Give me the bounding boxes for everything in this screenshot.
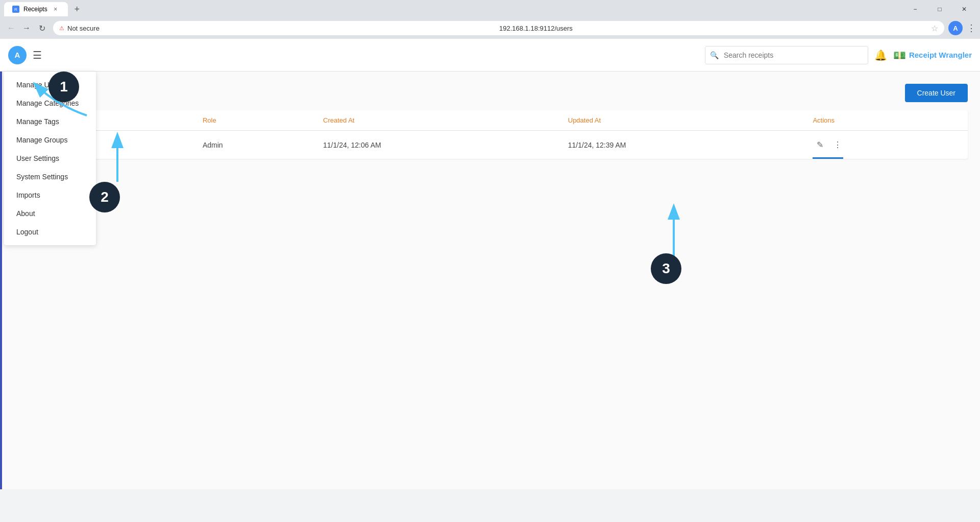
active-tab: R Receipts ×	[4, 2, 68, 16]
nav-controls: ← → ↻	[4, 21, 49, 35]
menu-item-system-settings[interactable]: System Settings	[4, 168, 96, 186]
search-bar: 🔍	[705, 46, 868, 64]
minimize-button[interactable]: −	[903, 2, 927, 16]
hamburger-icon: ☰	[33, 49, 42, 61]
brand-name: Receipt Wrangler	[909, 51, 972, 59]
menu-item-logout[interactable]: Logout	[4, 223, 96, 241]
tab-title: Receipts	[23, 6, 47, 13]
menu-item-user-settings[interactable]: User Settings	[4, 149, 96, 168]
browser-menu-button[interactable]: ⋮	[967, 22, 976, 34]
table-body: Admin Admin 11/1/24, 12:06 AM 11/1/24, 1…	[14, 131, 968, 159]
hamburger-menu-button[interactable]: ☰	[33, 49, 42, 61]
menu-item-about[interactable]: About	[4, 204, 96, 223]
cell-created-at: 11/1/24, 12:06 AM	[315, 131, 560, 159]
header-left: A ☰	[8, 46, 42, 64]
bookmark-button[interactable]: ☆	[931, 23, 938, 33]
back-button[interactable]: ←	[4, 21, 18, 35]
col-role: Role	[194, 110, 315, 131]
search-icon: 🔍	[710, 51, 719, 59]
address-bar: ← → ↻ ⚠ Not secure 192.168.1.18:9112/use…	[0, 18, 980, 39]
security-label: Not secure	[67, 25, 496, 32]
reload-button[interactable]: ↻	[35, 21, 49, 35]
avatar-button[interactable]: A	[8, 46, 27, 64]
maximize-button[interactable]: □	[928, 2, 951, 16]
menu-item-manage-groups[interactable]: Manage Groups	[4, 131, 96, 149]
forward-button[interactable]: →	[19, 21, 34, 35]
table-header: Displayname Role Created At Updated At A…	[14, 110, 968, 131]
users-table-container: Displayname Role Created At Updated At A…	[14, 110, 968, 159]
col-updated-at: Updated At	[560, 110, 805, 131]
window-controls: − □ ✕	[903, 2, 976, 16]
highlight-bar	[813, 157, 843, 159]
col-created-at: Created At	[315, 110, 560, 131]
cell-actions: ✎ ⋮	[804, 131, 968, 159]
browser-chrome: R Receipts × + − □ ✕	[0, 0, 980, 18]
menu-item-manage-users[interactable]: Manage Users	[4, 76, 96, 94]
cell-updated-at: 11/1/24, 12:39 AM	[560, 131, 805, 159]
tab-bar: R Receipts × +	[4, 2, 899, 16]
brand-icon: 💵	[893, 49, 906, 61]
address-url: 192.168.1.18:9112/users	[499, 25, 928, 32]
content-header: Create User	[14, 84, 968, 102]
brand-logo: 💵 Receipt Wrangler	[893, 49, 972, 61]
app-header: A ☰ 🔍 🔔 💵 Receipt Wrangler	[0, 39, 980, 72]
more-actions-button[interactable]: ⋮	[829, 138, 846, 152]
new-tab-button[interactable]: +	[70, 2, 84, 16]
menu-item-manage-categories[interactable]: Manage Categories	[4, 94, 96, 112]
main-area: A ☰ 🔍 🔔 💵 Receipt Wrangler Manage Users …	[0, 39, 980, 489]
actions-cell: ✎ ⋮	[813, 138, 960, 152]
search-input[interactable]	[705, 46, 868, 64]
profile-button[interactable]: A	[948, 21, 963, 35]
cell-role: Admin	[194, 131, 315, 159]
edit-user-button[interactable]: ✎	[813, 138, 827, 152]
address-bar-input[interactable]: ⚠ Not secure 192.168.1.18:9112/users ☆	[53, 21, 944, 35]
menu-item-manage-tags[interactable]: Manage Tags	[4, 112, 96, 131]
dropdown-menu: Manage Users Manage Categories Manage Ta…	[4, 72, 96, 245]
col-actions: Actions	[804, 110, 968, 131]
close-window-button[interactable]: ✕	[952, 2, 976, 16]
create-user-button[interactable]: Create User	[905, 84, 968, 102]
tab-favicon: R	[12, 6, 19, 13]
menu-item-imports[interactable]: Imports	[4, 186, 96, 204]
security-icon: ⚠	[59, 25, 64, 32]
users-table: Displayname Role Created At Updated At A…	[14, 110, 968, 159]
table-row: Admin Admin 11/1/24, 12:06 AM 11/1/24, 1…	[14, 131, 968, 159]
notifications-button[interactable]: 🔔	[874, 49, 887, 61]
content-area: Create User Displayname Role Created At …	[2, 72, 980, 489]
tab-close-button[interactable]: ×	[52, 5, 60, 13]
header-right: 🔍 🔔 💵 Receipt Wrangler	[705, 46, 972, 64]
